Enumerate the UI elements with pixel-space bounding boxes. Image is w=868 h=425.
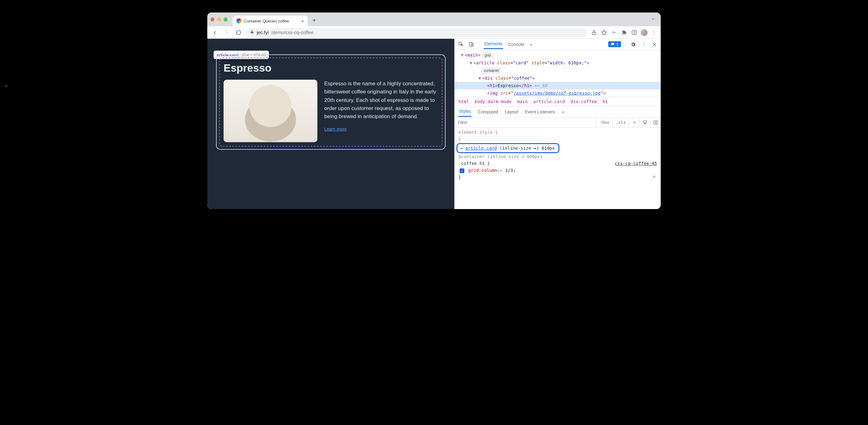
device-toggle-icon[interactable] [468,41,475,47]
breadcrumb-item[interactable]: html [458,99,469,104]
address-bar[interactable]: jec.fyi/demo/css-cq-coffee [246,28,588,37]
dom-breadcrumb: html body.dark-mode main article.card di… [455,97,661,106]
rule-source-link[interactable]: css-cq-coffee:45 [615,160,657,167]
breadcrumb-item[interactable]: h1 [602,99,608,104]
close-window-icon[interactable] [211,18,215,22]
url-path: /demo/css-cq-coffee [271,30,313,35]
profile-avatar[interactable] [641,29,648,36]
coffee-image [223,80,317,142]
collapse-tabs-icon[interactable] [648,15,657,24]
more-tabs-button[interactable]: » [529,40,533,49]
element-style-block: element.style { [458,129,657,136]
sidepanel-icon[interactable] [631,29,638,36]
styles-tab[interactable]: Styles [458,106,471,117]
selected-dom-node[interactable]: ⋯<h1>Espresso</h1>== $0 [455,82,661,89]
svg-rect-0 [251,32,253,33]
scissors-icon[interactable]: ✄ [611,29,618,36]
lock-icon [250,30,254,35]
toolbar-actions: ✄ ⋮ [591,29,657,36]
dom-tree[interactable]: ▼<main>grid ▼<article class="card" style… [455,50,661,97]
add-property-button[interactable]: ＋ [651,173,657,180]
container-query-indicator[interactable]: → article.card (inline-size ↔) 610px [457,143,559,153]
card-title: Espresso [223,62,438,74]
issues-badge[interactable]: 1 [608,41,621,47]
devtools-panel: Elements Console » 1 ⋮ ▼<main>g [454,39,661,209]
container-badge[interactable]: container [481,68,502,73]
extensions-icon[interactable] [621,29,627,36]
new-style-rule-button[interactable]: ＋ [629,118,640,127]
tab-favicon [237,19,241,24]
breadcrumb-item[interactable]: article.card [533,99,565,104]
rendered-page: article.card 654 × 374.83 Espresso Espre… [207,39,454,209]
devtools-menu-icon[interactable]: ⋮ [641,41,647,47]
svg-rect-10 [643,121,647,123]
share-icon[interactable] [591,29,597,36]
url-host: jec.fyi [257,30,269,35]
reload-button[interactable] [234,28,243,37]
tab-title: Container Queries coffee [244,19,289,24]
inspect-icon[interactable] [458,41,464,47]
devtools-close-icon[interactable] [651,41,657,47]
back-button[interactable] [211,28,219,37]
styles-subtabs: Styles Computed Layout Event Listeners » [455,106,661,118]
card-description: Espresso is the name of a highly concent… [324,80,438,121]
new-tab-button[interactable]: + [310,15,319,25]
styles-more-tabs[interactable]: » [561,107,565,117]
svg-rect-3 [632,31,636,34]
event-listeners-tab[interactable]: Event Listeners [524,107,556,117]
render-emulations-icon[interactable] [640,118,650,127]
svg-rect-12 [654,121,657,124]
forward-button[interactable] [222,28,231,37]
styles-filter-input[interactable] [455,120,596,125]
devtools-toolbar: Elements Console » 1 ⋮ [455,39,661,50]
settings-icon[interactable] [630,41,636,47]
bookmark-icon[interactable] [601,29,608,36]
tab-strip: Container Queries coffee × + [207,12,661,26]
browser-tab[interactable]: Container Queries coffee × [232,15,308,26]
breadcrumb-item[interactable]: main [517,99,528,104]
learn-more-link[interactable]: Learn more [324,127,347,132]
elements-tab[interactable]: Elements [484,39,503,49]
cq-selector-link[interactable]: article.card [465,145,497,151]
styles-rules[interactable]: element.style { } → article.card (inline… [455,128,661,181]
tab-close-button[interactable]: × [301,19,304,24]
img-src-link[interactable]: /assets/img/demo/cof-espresso.jpg [514,91,600,96]
breadcrumb-item[interactable]: body.dark-mode [475,99,512,104]
browser-toolbar: jec.fyi/demo/css-cq-coffee ✄ ⋮ [207,26,661,39]
maximize-window-icon[interactable] [223,18,228,22]
card-article: Espresso Espresso is the name of a highl… [216,54,445,150]
computed-sidebar-icon[interactable] [650,118,661,127]
styles-filter-bar: :hov .cls ＋ [455,118,661,128]
cls-toggle[interactable]: .cls [613,118,629,127]
window-controls [211,18,228,22]
computed-tab[interactable]: Computed [477,107,499,117]
grid-badge[interactable]: grid [482,53,494,58]
browser-menu-button[interactable]: ⋮ [651,29,657,36]
property-toggle-checkbox[interactable]: ✓ [460,168,464,173]
minimize-window-icon[interactable] [217,18,221,22]
svg-marker-2 [602,30,607,35]
console-tab[interactable]: Console [507,40,525,49]
layout-tab[interactable]: Layout [504,107,519,117]
hov-toggle[interactable]: :hov [596,118,612,127]
issues-count: 1 [616,42,618,46]
breadcrumb-item[interactable]: div.coffee [571,99,597,104]
